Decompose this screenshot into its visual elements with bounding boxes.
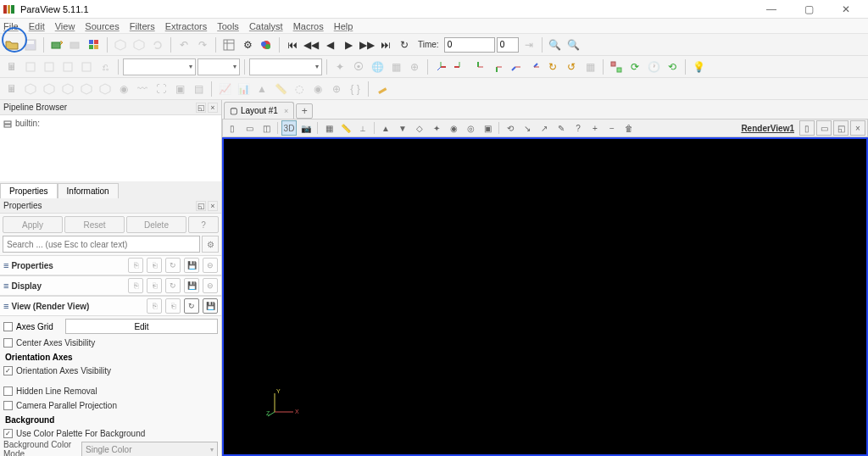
menu-file[interactable]: File bbox=[3, 21, 19, 31]
view-clear-selection-button[interactable]: 🗑 bbox=[621, 120, 637, 136]
orientation-vis-checkbox[interactable]: ✓ bbox=[3, 366, 13, 375]
help-section-button[interactable]: ⊖ bbox=[203, 258, 218, 273]
menu-edit[interactable]: Edit bbox=[29, 21, 45, 31]
active-variable-combo[interactable] bbox=[123, 58, 196, 75]
save-view-button[interactable]: 💾 bbox=[203, 298, 218, 314]
cube-group-button[interactable] bbox=[112, 36, 129, 53]
view-interaction-button[interactable]: ◫ bbox=[259, 120, 274, 136]
axis-negz-button[interactable] bbox=[526, 58, 542, 75]
redo-button[interactable]: ↷ bbox=[194, 36, 211, 53]
render-view[interactable]: Y X Z bbox=[222, 137, 868, 456]
tab-properties[interactable]: Properties bbox=[0, 183, 58, 198]
next-frame-button[interactable]: ▶▶ bbox=[359, 36, 376, 53]
orientation-axes-widget[interactable]: Y X Z bbox=[266, 386, 300, 420]
axes-grid-edit-button[interactable]: Edit bbox=[65, 319, 218, 334]
brackets-button[interactable]: { } bbox=[347, 81, 364, 97]
view-grid-button[interactable]: ▦ bbox=[321, 120, 337, 136]
view-tool4-button[interactable]: ✎ bbox=[554, 120, 569, 136]
apply-button[interactable]: Apply bbox=[3, 216, 63, 233]
bg-color-mode-combo[interactable]: Single Color bbox=[81, 442, 218, 456]
save-section-button[interactable]: 💾 bbox=[184, 258, 199, 273]
adjust-camera-button[interactable]: ▦ bbox=[581, 58, 598, 75]
calc-button[interactable]: 🖩 bbox=[3, 81, 20, 97]
view-tool5-button[interactable]: ? bbox=[570, 120, 586, 136]
view-ruler-button[interactable]: 📏 bbox=[338, 120, 353, 136]
layout-tab-close-button[interactable]: × bbox=[284, 107, 288, 115]
menu-sources[interactable]: Sources bbox=[85, 21, 119, 31]
layout-tab[interactable]: ▢ Layout #1 × bbox=[224, 102, 294, 119]
python-button[interactable]: ◉ bbox=[309, 81, 326, 97]
lightbulb-button[interactable]: 💡 bbox=[690, 58, 707, 75]
rotate-90ccw-button[interactable]: ↺ bbox=[563, 58, 580, 75]
slice-button[interactable] bbox=[59, 81, 76, 97]
link-camera-button[interactable] bbox=[608, 58, 625, 75]
axis-negy-button[interactable] bbox=[488, 58, 505, 75]
view-splitright2-button[interactable]: ▭ bbox=[816, 120, 832, 136]
find-data-button[interactable]: ⚙ bbox=[239, 36, 256, 53]
view-tool1-button[interactable]: ⟲ bbox=[503, 120, 518, 136]
view-tool3-button[interactable]: ↗ bbox=[537, 120, 552, 136]
axis-posy-button[interactable] bbox=[470, 58, 487, 75]
filter2-button[interactable] bbox=[41, 58, 58, 75]
grid-icon[interactable]: ▦ bbox=[387, 58, 404, 75]
view-select-block-button[interactable]: ▣ bbox=[480, 120, 495, 136]
view-close-button[interactable]: × bbox=[850, 120, 865, 136]
view-split-h-button[interactable]: ▯ bbox=[225, 120, 240, 136]
representation-combo[interactable] bbox=[249, 58, 322, 75]
menu-filters[interactable]: Filters bbox=[130, 21, 155, 31]
view-3d-button[interactable]: 3D bbox=[281, 120, 297, 136]
globe-icon[interactable]: 🌐 bbox=[369, 58, 386, 75]
undo-button[interactable]: ↶ bbox=[175, 36, 192, 53]
use-palette-checkbox[interactable]: ✓ bbox=[3, 429, 13, 438]
menu-view[interactable]: View bbox=[55, 21, 75, 31]
camera-parallel-checkbox[interactable] bbox=[3, 401, 13, 410]
reset-camera-button[interactable]: ✦ bbox=[331, 58, 348, 75]
pipeline-close-button[interactable]: × bbox=[208, 103, 218, 113]
maximize-button[interactable]: ▢ bbox=[797, 2, 821, 17]
last-frame-button[interactable]: ⏭ bbox=[377, 36, 394, 53]
view-tool2-button[interactable]: ↘ bbox=[520, 120, 535, 136]
menu-extractors[interactable]: Extractors bbox=[165, 21, 208, 31]
color-editor-button[interactable] bbox=[258, 36, 275, 53]
zoom-reset-button[interactable]: ⦿ bbox=[350, 58, 367, 75]
histogram-button[interactable]: 📊 bbox=[235, 81, 252, 97]
extract-grid-button[interactable]: ▤ bbox=[190, 81, 207, 97]
connect-button[interactable] bbox=[48, 36, 65, 53]
volume-button[interactable]: ▲ bbox=[253, 81, 270, 97]
axis-posz-button[interactable] bbox=[507, 58, 524, 75]
view-splitright1-button[interactable]: ▯ bbox=[799, 120, 815, 136]
stream-button[interactable]: 〰 bbox=[134, 81, 151, 97]
search-settings-button[interactable]: ⚙ bbox=[202, 236, 219, 253]
section-properties-header[interactable]: ≡ Properties ⎘ ⎗ ↻ 💾 ⊖ bbox=[0, 255, 221, 275]
view-camera-button[interactable]: 📷 bbox=[298, 120, 314, 136]
view-select-frustum-button[interactable]: ◇ bbox=[412, 120, 427, 136]
delete-button[interactable]: Delete bbox=[126, 216, 186, 233]
open-file-button[interactable] bbox=[3, 36, 20, 53]
view-select-point-button[interactable]: ▲ bbox=[378, 120, 393, 136]
disconnect-button[interactable] bbox=[67, 36, 84, 53]
prev-frame-button[interactable]: ◀◀ bbox=[303, 36, 320, 53]
zoom-to-data-button[interactable]: 🔍 bbox=[547, 36, 564, 53]
filter3-button[interactable] bbox=[59, 58, 76, 75]
menu-help[interactable]: Help bbox=[334, 21, 353, 31]
paste-display-button[interactable]: ⎗ bbox=[147, 278, 162, 293]
properties-detach-button[interactable]: ◱ bbox=[196, 201, 206, 211]
paste-view-button[interactable]: ⎗ bbox=[165, 298, 181, 314]
hover-button[interactable]: ⊕ bbox=[328, 81, 345, 97]
spreadsheet-button[interactable] bbox=[220, 36, 237, 53]
section-display-header[interactable]: ≡ Display ⎘ ⎗ ↻ 💾 ⊖ bbox=[0, 275, 221, 296]
reset-range-button[interactable]: ⟳ bbox=[626, 58, 643, 75]
reset-button[interactable]: Reset bbox=[64, 216, 125, 233]
hidden-line-checkbox[interactable] bbox=[3, 386, 13, 396]
play-button[interactable]: ▶ bbox=[340, 36, 357, 53]
edit-color-button[interactable] bbox=[373, 81, 390, 97]
calculator-button[interactable]: 🖩 bbox=[3, 58, 20, 75]
filter5-button[interactable]: ⎌ bbox=[97, 58, 114, 75]
group-button[interactable]: ▣ bbox=[171, 81, 188, 97]
view-interact-button[interactable]: ✦ bbox=[429, 120, 444, 136]
view-hover-point-button[interactable]: ◉ bbox=[446, 120, 461, 136]
reset-display-button[interactable]: ↻ bbox=[165, 278, 181, 293]
axis-negx-button[interactable] bbox=[451, 58, 468, 75]
zoom-to-box-button[interactable]: 🔍 bbox=[565, 36, 582, 53]
clip-button[interactable] bbox=[41, 81, 58, 97]
